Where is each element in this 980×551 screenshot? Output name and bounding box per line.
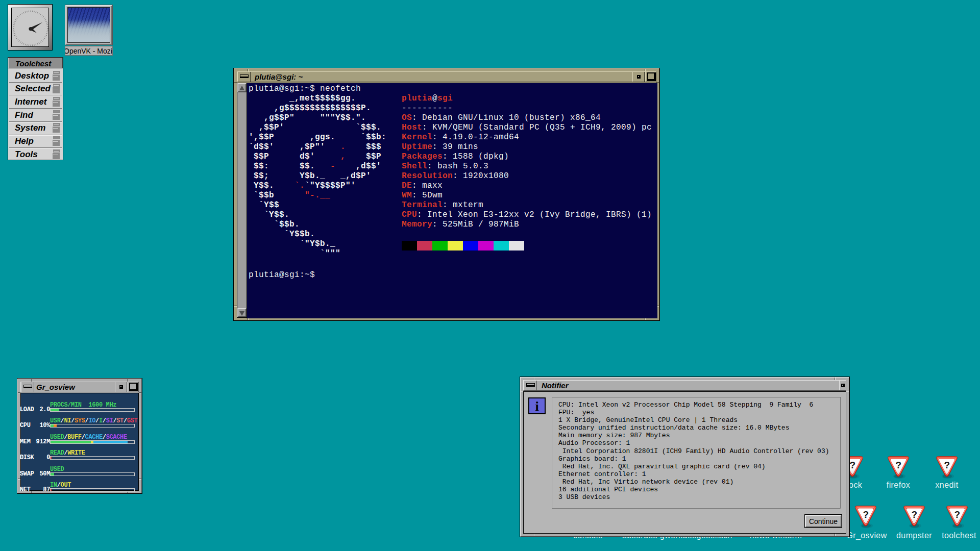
svg-text:?: ? bbox=[911, 509, 917, 520]
svg-text:?: ? bbox=[944, 460, 950, 470]
svg-text:?: ? bbox=[863, 509, 869, 520]
svg-text:?: ? bbox=[954, 509, 960, 520]
svg-text:?: ? bbox=[895, 460, 901, 470]
svg-text:?: ? bbox=[849, 460, 855, 470]
